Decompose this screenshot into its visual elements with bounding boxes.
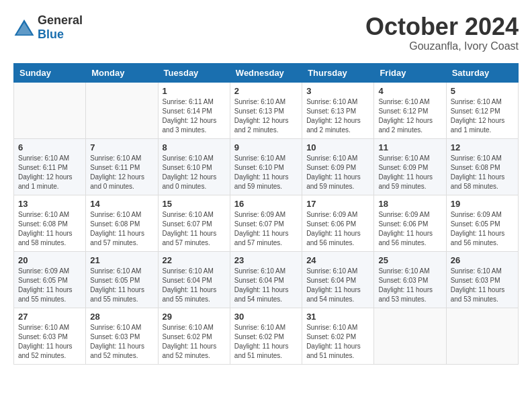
calendar-cell: 2Sunrise: 6:10 AM Sunset: 6:13 PM Daylig… <box>230 82 302 138</box>
calendar-cell <box>86 82 158 138</box>
calendar-cell <box>446 308 518 364</box>
day-number: 27 <box>18 312 81 322</box>
calendar-week-1: 1Sunrise: 6:11 AM Sunset: 6:14 PM Daylig… <box>14 82 519 138</box>
day-number: 9 <box>234 142 298 152</box>
day-number: 3 <box>306 86 369 96</box>
calendar-cell: 27Sunrise: 6:10 AM Sunset: 6:03 PM Dayli… <box>14 308 86 364</box>
day-info: Sunrise: 6:10 AM Sunset: 6:11 PM Dayligh… <box>90 154 153 191</box>
calendar-cell: 14Sunrise: 6:10 AM Sunset: 6:08 PM Dayli… <box>86 195 158 251</box>
calendar-cell: 19Sunrise: 6:09 AM Sunset: 6:05 PM Dayli… <box>446 195 518 251</box>
day-info: Sunrise: 6:09 AM Sunset: 6:07 PM Dayligh… <box>234 210 298 248</box>
calendar-cell: 28Sunrise: 6:10 AM Sunset: 6:03 PM Dayli… <box>86 308 158 364</box>
day-info: Sunrise: 6:10 AM Sunset: 6:03 PM Dayligh… <box>378 267 441 304</box>
day-info: Sunrise: 6:10 AM Sunset: 6:08 PM Dayligh… <box>18 210 81 248</box>
day-number: 11 <box>378 142 441 152</box>
day-number: 4 <box>378 86 441 96</box>
calendar-week-2: 6Sunrise: 6:10 AM Sunset: 6:11 PM Daylig… <box>14 138 519 195</box>
calendar-cell <box>14 82 86 138</box>
weekday-thursday: Thursday <box>302 63 374 82</box>
day-info: Sunrise: 6:09 AM Sunset: 6:06 PM Dayligh… <box>306 210 369 248</box>
calendar-week-3: 13Sunrise: 6:10 AM Sunset: 6:08 PM Dayli… <box>14 195 519 251</box>
day-info: Sunrise: 6:10 AM Sunset: 6:12 PM Dayligh… <box>378 97 441 135</box>
day-number: 18 <box>378 199 441 209</box>
calendar-cell: 21Sunrise: 6:10 AM Sunset: 6:05 PM Dayli… <box>86 251 158 308</box>
day-number: 12 <box>451 142 514 152</box>
calendar-body: 1Sunrise: 6:11 AM Sunset: 6:14 PM Daylig… <box>14 82 519 364</box>
calendar-cell: 7Sunrise: 6:10 AM Sunset: 6:11 PM Daylig… <box>86 138 158 195</box>
logo: General Blue <box>13 13 83 42</box>
calendar-cell: 9Sunrise: 6:10 AM Sunset: 6:10 PM Daylig… <box>230 138 302 195</box>
day-number: 21 <box>90 255 153 265</box>
calendar-cell: 22Sunrise: 6:10 AM Sunset: 6:04 PM Dayli… <box>158 251 230 308</box>
day-info: Sunrise: 6:10 AM Sunset: 6:02 PM Dayligh… <box>306 323 369 361</box>
day-number: 28 <box>90 312 153 322</box>
day-info: Sunrise: 6:10 AM Sunset: 6:05 PM Dayligh… <box>90 267 153 304</box>
day-number: 5 <box>451 86 514 96</box>
day-info: Sunrise: 6:10 AM Sunset: 6:10 PM Dayligh… <box>234 154 298 191</box>
calendar-cell: 17Sunrise: 6:09 AM Sunset: 6:06 PM Dayli… <box>302 195 374 251</box>
calendar-cell: 12Sunrise: 6:10 AM Sunset: 6:08 PM Dayli… <box>446 138 518 195</box>
calendar-cell: 1Sunrise: 6:11 AM Sunset: 6:14 PM Daylig… <box>158 82 230 138</box>
day-number: 1 <box>163 86 226 96</box>
calendar-cell: 3Sunrise: 6:10 AM Sunset: 6:13 PM Daylig… <box>302 82 374 138</box>
day-info: Sunrise: 6:10 AM Sunset: 6:02 PM Dayligh… <box>163 323 226 361</box>
calendar-cell: 30Sunrise: 6:10 AM Sunset: 6:02 PM Dayli… <box>230 308 302 364</box>
day-number: 20 <box>18 255 81 265</box>
calendar-cell: 13Sunrise: 6:10 AM Sunset: 6:08 PM Dayli… <box>14 195 86 251</box>
day-number: 13 <box>18 199 81 209</box>
day-number: 23 <box>234 255 298 265</box>
calendar-cell: 10Sunrise: 6:10 AM Sunset: 6:09 PM Dayli… <box>302 138 374 195</box>
day-info: Sunrise: 6:10 AM Sunset: 6:09 PM Dayligh… <box>378 154 441 191</box>
day-number: 26 <box>451 255 514 265</box>
day-info: Sunrise: 6:10 AM Sunset: 6:03 PM Dayligh… <box>90 323 153 361</box>
day-number: 6 <box>18 142 81 152</box>
calendar-cell: 24Sunrise: 6:10 AM Sunset: 6:04 PM Dayli… <box>302 251 374 308</box>
weekday-header-row: SundayMondayTuesdayWednesdayThursdayFrid… <box>14 63 519 82</box>
calendar-cell: 31Sunrise: 6:10 AM Sunset: 6:02 PM Dayli… <box>302 308 374 364</box>
day-info: Sunrise: 6:09 AM Sunset: 6:05 PM Dayligh… <box>18 267 81 304</box>
day-info: Sunrise: 6:10 AM Sunset: 6:10 PM Dayligh… <box>163 154 226 191</box>
day-number: 22 <box>163 255 226 265</box>
logo-icon <box>13 18 35 37</box>
calendar-week-5: 27Sunrise: 6:10 AM Sunset: 6:03 PM Dayli… <box>14 308 519 364</box>
calendar-cell: 18Sunrise: 6:09 AM Sunset: 6:06 PM Dayli… <box>374 195 446 251</box>
day-info: Sunrise: 6:10 AM Sunset: 6:04 PM Dayligh… <box>306 267 369 304</box>
month-title: October 2024 <box>365 13 519 40</box>
calendar-cell <box>374 308 446 364</box>
logo-blue: Blue <box>38 28 64 41</box>
day-number: 19 <box>451 199 514 209</box>
weekday-tuesday: Tuesday <box>158 63 230 82</box>
calendar-cell: 20Sunrise: 6:09 AM Sunset: 6:05 PM Dayli… <box>14 251 86 308</box>
page-header: General Blue October 2024 Gouzanfla, Ivo… <box>13 13 519 52</box>
day-info: Sunrise: 6:10 AM Sunset: 6:07 PM Dayligh… <box>163 210 226 248</box>
weekday-sunday: Sunday <box>14 63 86 82</box>
day-number: 24 <box>306 255 369 265</box>
day-number: 30 <box>234 312 298 322</box>
calendar-cell: 25Sunrise: 6:10 AM Sunset: 6:03 PM Dayli… <box>374 251 446 308</box>
day-number: 10 <box>306 142 369 152</box>
day-info: Sunrise: 6:10 AM Sunset: 6:11 PM Dayligh… <box>18 154 81 191</box>
day-number: 8 <box>163 142 226 152</box>
weekday-friday: Friday <box>374 63 446 82</box>
day-info: Sunrise: 6:10 AM Sunset: 6:03 PM Dayligh… <box>18 323 81 361</box>
calendar-cell: 5Sunrise: 6:10 AM Sunset: 6:12 PM Daylig… <box>446 82 518 138</box>
day-number: 15 <box>163 199 226 209</box>
day-number: 2 <box>234 86 298 96</box>
day-info: Sunrise: 6:10 AM Sunset: 6:03 PM Dayligh… <box>451 267 514 304</box>
calendar-table: SundayMondayTuesdayWednesdayThursdayFrid… <box>13 63 519 365</box>
weekday-monday: Monday <box>86 63 158 82</box>
day-info: Sunrise: 6:10 AM Sunset: 6:04 PM Dayligh… <box>234 267 298 304</box>
day-info: Sunrise: 6:10 AM Sunset: 6:04 PM Dayligh… <box>163 267 226 304</box>
day-number: 16 <box>234 199 298 209</box>
day-info: Sunrise: 6:10 AM Sunset: 6:13 PM Dayligh… <box>306 97 369 135</box>
day-info: Sunrise: 6:10 AM Sunset: 6:08 PM Dayligh… <box>90 210 153 248</box>
day-number: 14 <box>90 199 153 209</box>
day-number: 17 <box>306 199 369 209</box>
location-title: Gouzanfla, Ivory Coast <box>365 40 519 52</box>
day-info: Sunrise: 6:10 AM Sunset: 6:13 PM Dayligh… <box>234 97 298 135</box>
calendar-cell: 23Sunrise: 6:10 AM Sunset: 6:04 PM Dayli… <box>230 251 302 308</box>
calendar-cell: 11Sunrise: 6:10 AM Sunset: 6:09 PM Dayli… <box>374 138 446 195</box>
day-info: Sunrise: 6:10 AM Sunset: 6:09 PM Dayligh… <box>306 154 369 191</box>
day-info: Sunrise: 6:10 AM Sunset: 6:12 PM Dayligh… <box>451 97 514 135</box>
weekday-wednesday: Wednesday <box>230 63 302 82</box>
